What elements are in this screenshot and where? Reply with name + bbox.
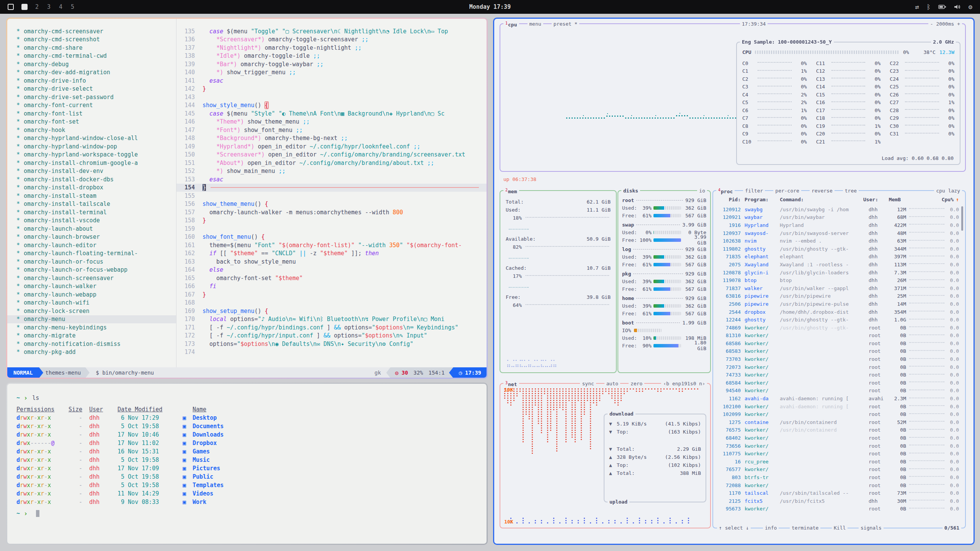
- process-row[interactable]: 2075 Xwayland Xwayland :1 -rootless - dh…: [719, 261, 959, 269]
- code-line[interactable]: 167 }: [176, 290, 487, 299]
- code-line[interactable]: 168: [176, 299, 487, 307]
- file-list-item[interactable]: * omarchy-install-dev-env: [7, 167, 176, 176]
- code-line[interactable]: 166 fi: [176, 282, 487, 291]
- code-line[interactable]: 145 case $(menu "Style" "◐ Theme\nA Font…: [176, 109, 487, 118]
- code-line[interactable]: 146 *Theme*) show_theme_menu ;;: [176, 118, 487, 126]
- file-list-item[interactable]: * omarchy-dev-add-migration: [7, 68, 176, 77]
- process-row[interactable]: 71837 walker /usr/bin/walker --gappl dhh…: [719, 284, 959, 292]
- file-list-item[interactable]: * omarchy-menu-keybindings: [7, 323, 176, 332]
- file-list-item[interactable]: * omarchy-launch-wifi: [7, 299, 176, 307]
- file-list-item[interactable]: * omarchy-cmd-terminal-cwd: [7, 52, 176, 60]
- process-row[interactable]: 71835 elephant elephant dhh 397M 0.0: [719, 253, 959, 261]
- process-row[interactable]: 68584 kworker/ root 0B 0.0: [719, 379, 959, 387]
- proc-scrollbar[interactable]: [961, 206, 963, 231]
- workspace-number[interactable]: 4: [59, 3, 62, 10]
- signals-button[interactable]: signals: [859, 524, 884, 532]
- code-line[interactable]: 141 esac: [176, 77, 487, 85]
- proc-option-button[interactable]: per-core: [773, 187, 801, 195]
- process-row[interactable]: 95673 kworker/ root 0B 0.0: [719, 505, 959, 513]
- file-list-item[interactable]: * omarchy-hyprland-window-pop: [7, 142, 176, 151]
- process-row[interactable]: 1170 tailscal /usr/sbin/tailscaled -- ro…: [719, 489, 959, 497]
- file-list-item[interactable]: * omarchy-cmd-screenshot: [7, 36, 176, 44]
- command-column-header[interactable]: Command:: [780, 197, 863, 202]
- file-list-item[interactable]: * omarchy-drive-set-password: [7, 93, 176, 101]
- file-list-item[interactable]: * omarchy-hyprland-window-close-all: [7, 134, 176, 143]
- process-row[interactable]: 102099 kworker/ root 0B 0.0: [719, 410, 959, 418]
- file-list-item[interactable]: * omarchy-pkg-add: [7, 348, 176, 357]
- process-row[interactable]: 73703 kworker/ root 0B 0.0: [719, 355, 959, 363]
- process-row[interactable]: 76575 kworker/ /usr/bin/containerd root …: [719, 426, 959, 434]
- code-line[interactable]: 159: [176, 225, 487, 233]
- process-row[interactable]: 12244 ghostty /usr/bin/ghostty --gtk- dh…: [719, 316, 959, 324]
- code-line[interactable]: 154 }: [176, 184, 487, 192]
- process-row[interactable]: 16 rcu_pree root 0B 0.0: [719, 458, 959, 466]
- terminate-button[interactable]: terminate: [790, 524, 820, 532]
- file-list-item[interactable]: * omarchy-launch-walker: [7, 282, 176, 291]
- swap-arrows-icon[interactable]: ⇄: [915, 3, 919, 11]
- file-list-item[interactable]: * omarchy-launch-floating-terminal-: [7, 249, 176, 258]
- process-row[interactable]: 102638 nvim nvim --embed . dhh 63M 0.0: [719, 237, 959, 245]
- file-list-item[interactable]: * omarchy-menu: [7, 315, 176, 324]
- process-row[interactable]: 73656 kworker/ root 0B 0.0: [719, 442, 959, 450]
- process-row[interactable]: 72073 kworker/ root 0B 0.0: [719, 363, 959, 371]
- process-row[interactable]: 120921 waybar /usr/bin/waybar dhh 68M 0.…: [719, 214, 959, 222]
- file-list-item[interactable]: * omarchy-migrate: [7, 332, 176, 340]
- code-line[interactable]: 172 [ -f ~/.config/hypr/input.conf ] && …: [176, 332, 487, 340]
- proc-option-button[interactable]: reverse: [810, 187, 835, 195]
- file-list-item[interactable]: * omarchy-launch-or-focus-webapp: [7, 266, 176, 274]
- file-list-item[interactable]: * omarchy-install-steam: [7, 192, 176, 200]
- file-list-item[interactable]: * omarchy-font-list: [7, 109, 176, 118]
- code-line[interactable]: 164 else: [176, 266, 487, 274]
- process-row[interactable]: 119078 btop btop dhh 26M 0.0: [719, 276, 959, 284]
- file-list-item[interactable]: * omarchy-install-dropbox: [7, 184, 176, 192]
- file-list-item[interactable]: * omarchy-font-current: [7, 101, 176, 110]
- file-list-item[interactable]: * omarchy-install-docker-dbs: [7, 175, 176, 184]
- file-list-item[interactable]: * omarchy-install-vscode: [7, 217, 176, 225]
- workspace-number[interactable]: 2: [35, 3, 39, 10]
- kill-button[interactable]: Kill: [832, 524, 848, 532]
- code-line[interactable]: 162 if [[ "$theme" == "CNCLD" || -z "$th…: [176, 249, 487, 258]
- code-line[interactable]: 152 *) show_main_menu ;;: [176, 167, 487, 176]
- code-line[interactable]: 148 *Background*) omarchy-theme-bg-next …: [176, 134, 487, 143]
- code-line[interactable]: 153 esac: [176, 175, 487, 184]
- code-line[interactable]: 157 omarchy-launch-walker -m menus:omarc…: [176, 208, 487, 217]
- program-column-header[interactable]: Program:: [741, 197, 780, 202]
- process-row[interactable]: 1162 avahi-da avahi-daemon: running [ av…: [719, 395, 959, 403]
- menu-button[interactable]: menu: [528, 20, 543, 28]
- code-line[interactable]: 142 }: [176, 85, 487, 93]
- file-list-item[interactable]: * omarchy-hyprland-workspace-toggle: [7, 151, 176, 159]
- code-line[interactable]: 173 options="$options\n◉ Defaults\n✉ DNS…: [176, 340, 487, 348]
- code-line[interactable]: 140 *) show_trigger_menu ;;: [176, 68, 487, 77]
- select-hint[interactable]: ↑ select ↓: [717, 524, 751, 532]
- file-list-item[interactable]: * omarchy-drive-select: [7, 85, 176, 93]
- file-list-item[interactable]: * omarchy-install-terminal: [7, 208, 176, 217]
- file-list-item[interactable]: * omarchy-launch-screensaver: [7, 274, 176, 282]
- file-list-item[interactable]: * omarchy-install-chromium-google-a: [7, 159, 176, 167]
- code-line[interactable]: 165 omarchy-font-set "$theme": [176, 274, 487, 282]
- file-list-item[interactable]: * omarchy-debug: [7, 60, 176, 68]
- battery-icon[interactable]: [938, 5, 946, 9]
- workspace-active-icon[interactable]: [21, 4, 28, 10]
- code-line[interactable]: 138 *Idle*) omarchy-toggle-idle ;;: [176, 52, 487, 60]
- process-row[interactable]: 120937 swayosd- /usr/bin/swayosd-server …: [719, 229, 959, 237]
- process-row[interactable]: 102100 kworker/ avahi-daemon: running [ …: [719, 403, 959, 411]
- settings-gear-icon[interactable]: ⚙: [969, 3, 972, 11]
- process-row[interactable]: 2506 pipewire /usr/bin/pipewire-pulse dh…: [719, 300, 959, 308]
- info-button[interactable]: info: [763, 524, 779, 532]
- code-line[interactable]: 139 *Bar*) omarchy-toggle-waybar ;;: [176, 60, 487, 68]
- proc-option-button[interactable]: filter: [743, 187, 765, 195]
- code-line[interactable]: 135 case $(menu "Toggle" "▢ Screensaver\…: [176, 27, 487, 36]
- file-list-item[interactable]: * omarchy-launch-editor: [7, 241, 176, 249]
- code-line[interactable]: 151 *About*) open_in_editor ~/.config/om…: [176, 159, 487, 167]
- process-row[interactable]: 120912 swaybg /usr/bin/swaybg -i /hom dh…: [719, 205, 959, 214]
- process-row[interactable]: 68402 kworker/ root 0B 0.0: [719, 434, 959, 442]
- file-list-item[interactable]: * omarchy-launch-webapp: [7, 290, 176, 299]
- workspace-number[interactable]: 3: [47, 3, 51, 10]
- bluetooth-icon[interactable]: ᛒ: [927, 3, 931, 11]
- process-row[interactable]: 2125 fcitx5 /usr/bin/fcitx5 dhh 30M 0.0: [719, 497, 959, 505]
- file-list-item[interactable]: * omarchy-launch-about: [7, 225, 176, 233]
- code-line[interactable]: 158 }: [176, 217, 487, 225]
- process-row[interactable]: 63816 pipewire /usr/bin/pipewire dhh 25M…: [719, 292, 959, 300]
- code-line[interactable]: 137 *Nightlight*) omarchy-toggle-nightli…: [176, 44, 487, 52]
- volume-icon[interactable]: [954, 4, 961, 10]
